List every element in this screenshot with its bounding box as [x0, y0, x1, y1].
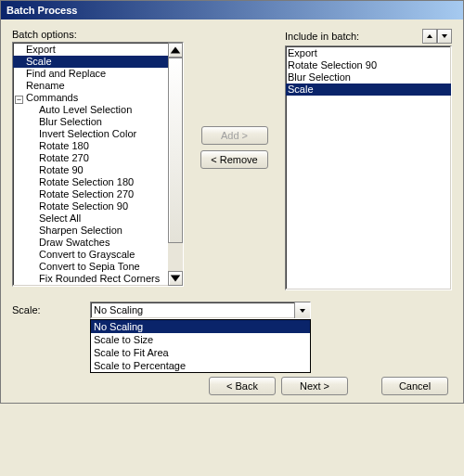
- combo-option[interactable]: Scale to Fit Area: [91, 346, 310, 359]
- scroll-down-button[interactable]: [168, 271, 183, 286]
- tree-item-label: Rename: [26, 80, 65, 91]
- titlebar: Batch Process: [1, 1, 463, 19]
- tree-item[interactable]: Select All: [13, 212, 168, 225]
- tree-item[interactable]: Set ALT Text: [13, 285, 168, 286]
- tree-item[interactable]: Auto Level Selection: [13, 104, 168, 116]
- list-item[interactable]: Rotate Selection 90: [286, 59, 451, 71]
- include-in-batch-label: Include in batch:: [285, 31, 359, 42]
- tree-item[interactable]: Rotate 180: [13, 140, 168, 152]
- cancel-button[interactable]: Cancel: [381, 377, 448, 395]
- reorder-buttons: [422, 29, 452, 44]
- tree-item-label: Rotate Selection 90: [39, 200, 128, 212]
- tree-item[interactable]: Rotate Selection 270: [13, 188, 168, 200]
- scale-label: Scale:: [12, 302, 90, 315]
- back-button[interactable]: < Back: [209, 377, 276, 395]
- tree-item-label: Invert Selection Color: [39, 128, 136, 139]
- tree-item-label: Rotate Selection 270: [39, 188, 134, 199]
- list-item[interactable]: Scale: [286, 84, 451, 96]
- tree-item-label: Draw Swatches: [39, 237, 110, 248]
- tree-item-label: Sharpen Selection: [39, 225, 122, 236]
- tree-item[interactable]: Rotate Selection 90: [13, 200, 168, 212]
- tree-item-label: Convert to Sepia Tone: [39, 261, 140, 272]
- batch-options-list[interactable]: ExportScaleFind and ReplaceRename−Comman…: [12, 42, 184, 287]
- batch-options-scrollbar[interactable]: [168, 43, 183, 286]
- tree-item[interactable]: Invert Selection Color: [13, 128, 168, 140]
- tree-item-label: Scale: [26, 56, 52, 67]
- tree-item[interactable]: Scale: [13, 56, 168, 68]
- tree-group[interactable]: −Commands: [13, 92, 168, 104]
- tree-item-label: Export: [26, 44, 56, 55]
- list-item[interactable]: Export: [286, 47, 451, 59]
- tree-item-label: Rotate Selection 180: [39, 176, 134, 187]
- combo-option[interactable]: No Scaling: [91, 320, 310, 333]
- move-up-button[interactable]: [422, 29, 437, 44]
- tree-item-label: Auto Level Selection: [39, 104, 132, 115]
- tree-item-label: Select All: [39, 212, 81, 224]
- tree-item[interactable]: Draw Swatches: [13, 237, 168, 249]
- chevron-down-icon[interactable]: [294, 302, 310, 318]
- tree-item[interactable]: Find and Replace: [13, 68, 168, 80]
- move-down-button[interactable]: [437, 29, 452, 44]
- scale-combo-dropdown[interactable]: No ScalingScale to SizeScale to Fit Area…: [90, 319, 311, 373]
- next-button[interactable]: Next >: [281, 377, 348, 395]
- svg-marker-3: [442, 34, 447, 38]
- batch-process-dialog: Batch Process Batch options: ExportScale…: [0, 0, 464, 404]
- dialog-content: Batch options: ExportScaleFind and Repla…: [1, 19, 463, 403]
- tree-item-label: Blur Selection: [39, 116, 102, 127]
- tree-item[interactable]: Convert to Sepia Tone: [13, 261, 168, 273]
- scale-combo-value: No Scaling: [91, 302, 294, 318]
- scroll-thumb[interactable]: [168, 58, 183, 243]
- tree-item-label: Commands: [26, 92, 78, 103]
- window-title: Batch Process: [6, 5, 77, 16]
- tree-item[interactable]: Rename: [13, 80, 168, 92]
- tree-item[interactable]: Rotate Selection 180: [13, 176, 168, 188]
- tree-item[interactable]: Blur Selection: [13, 116, 168, 128]
- tree-item-label: Find and Replace: [26, 68, 106, 79]
- tree-item-label: Fix Rounded Rect Corners: [39, 273, 160, 284]
- scroll-up-button[interactable]: [168, 43, 183, 58]
- tree-item-label: Set ALT Text: [39, 285, 96, 286]
- tree-item-label: Rotate 90: [39, 164, 84, 175]
- tree-item-label: Rotate 180: [39, 140, 89, 151]
- svg-marker-4: [300, 309, 305, 313]
- tree-item-label: Convert to Grayscale: [39, 249, 135, 260]
- svg-marker-2: [427, 34, 432, 38]
- combo-option[interactable]: Scale to Size: [91, 333, 310, 346]
- list-item[interactable]: Blur Selection: [286, 71, 451, 84]
- collapse-icon[interactable]: −: [15, 96, 23, 104]
- scale-combo[interactable]: No Scaling: [90, 302, 311, 319]
- tree-item[interactable]: Fix Rounded Rect Corners: [13, 273, 168, 285]
- remove-button[interactable]: < Remove: [200, 150, 267, 169]
- tree-item[interactable]: Convert to Grayscale: [13, 249, 168, 261]
- tree-item[interactable]: Rotate 90: [13, 164, 168, 176]
- tree-item-label: Rotate 270: [39, 152, 89, 163]
- svg-marker-1: [171, 276, 181, 282]
- combo-option[interactable]: Scale to Percentage: [91, 359, 310, 372]
- tree-item[interactable]: Rotate 270: [13, 152, 168, 164]
- tree-item[interactable]: Export: [13, 44, 168, 56]
- include-in-batch-list[interactable]: ExportRotate Selection 90Blur SelectionS…: [285, 45, 452, 290]
- svg-marker-0: [171, 47, 181, 54]
- batch-options-label: Batch options:: [12, 29, 184, 40]
- add-button[interactable]: Add >: [201, 126, 268, 145]
- tree-item[interactable]: Sharpen Selection: [13, 225, 168, 237]
